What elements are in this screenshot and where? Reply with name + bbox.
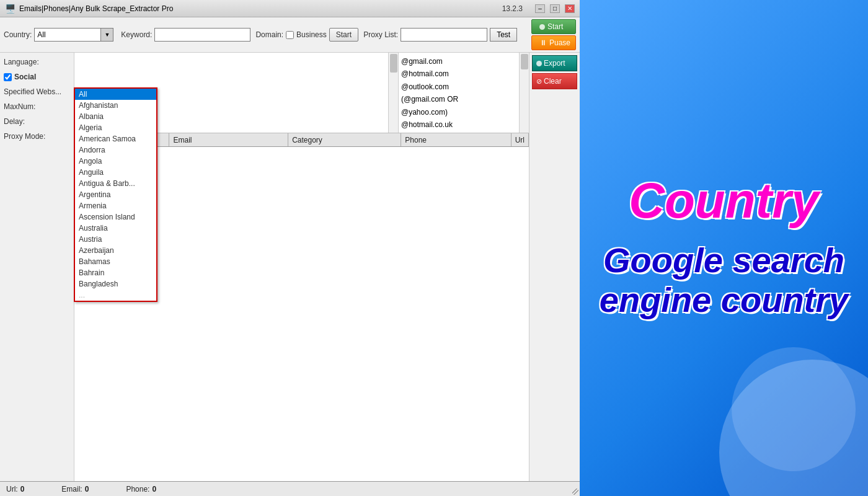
pause-icon: ⏸ [539,38,547,47]
domain-item-6: @hotmail.co.uk [401,118,516,131]
proxy-input[interactable] [401,28,487,42]
url-status: Url: 0 [6,485,24,494]
country-label: Country: [4,30,32,39]
country-combo-arrow[interactable]: ▼ [101,28,113,42]
export-button[interactable]: Export [532,55,577,71]
dropdown-item-argentina[interactable]: Argentina [75,189,156,200]
right-action-buttons: Export ⊘ Clear [529,53,580,481]
dropdown-item-afghanistan[interactable]: Afghanistan [75,100,156,111]
country-dropdown[interactable]: All Afghanistan Albania Algeria American… [74,87,157,302]
dropdown-item-australia[interactable]: Australia [75,223,156,234]
th-category: Category [288,133,401,146]
delay-row: Delay: [4,115,70,128]
dropdown-item-andorra[interactable]: Andorra [75,144,156,156]
email-status: Email: 0 [61,485,89,494]
dropdown-item-austria[interactable]: Austria [75,234,156,245]
action-panel: Start ⏸ Puase [531,19,576,50]
dropdown-item-algeria[interactable]: Algeria [75,122,156,133]
maximize-button[interactable]: □ [550,4,560,13]
keyword-label: Keyword: [121,30,152,39]
start-icon [539,24,545,30]
close-button[interactable]: ✕ [565,4,575,13]
dropdown-item-albania[interactable]: Albania [75,111,156,122]
resize-grip[interactable] [572,489,578,495]
heading-country: Country [629,176,819,226]
domain-scrollbar [519,53,529,133]
title-text: Emails|Phones|Any Bulk Scrape_Extractor … [19,4,173,13]
minimize-button[interactable]: – [535,4,545,13]
dropdown-item-anguila[interactable]: Anguila [75,167,156,178]
title-bar-left: 🖥️ Emails|Phones|Any Bulk Scrape_Extract… [5,4,173,14]
country-combo-display[interactable]: All [34,28,101,42]
dropdown-item-bahamas[interactable]: Bahamas [75,256,156,267]
dropdown-item-more[interactable]: ... [75,290,156,301]
save-button[interactable]: Start [329,28,358,42]
export-icon [536,61,542,66]
test-button[interactable]: Test [490,28,517,42]
status-bar: Url: 0 Email: 0 Phone: 0 [0,481,580,496]
domain-scroll-thumb [521,54,528,69]
dropdown-item-armenia[interactable]: Armenia [75,200,156,211]
domain-list: @gmail.com @hotmail.com @outlook.com (@g… [399,53,519,133]
domain-item-4: (@gmail.com OR [401,93,516,105]
clear-icon: ⊘ [536,78,542,86]
keyword-scroll-thumb [390,54,397,73]
start-button[interactable]: Start [531,19,576,34]
language-row: Language: [4,55,70,69]
maxnum-row: MaxNum: [4,100,70,113]
domain-label: Domain: [255,30,283,39]
dropdown-item-bangladesh[interactable]: Bangladesh [75,278,156,290]
social-checkbox[interactable] [4,73,12,81]
domain-item-5: @yahoo.com) [401,106,516,118]
social-row: Social [4,70,70,84]
app-window: 🖥️ Emails|Phones|Any Bulk Scrape_Extract… [0,0,580,496]
dropdown-item-bahrain[interactable]: Bahrain [75,267,156,278]
proxy-list-label: Proxy List: [363,30,398,39]
proxy-mode-row: Proxy Mode: [4,130,70,143]
domain-item-7: @hotmail.fr [401,131,516,133]
domain-list-area: @gmail.com @hotmail.com @outlook.com (@g… [399,53,529,133]
phone-status: Phone: 0 [126,485,156,494]
right-panel: Country Google search engine country [580,0,868,496]
domain-item-3: @outlook.com [401,81,516,93]
dropdown-item-antigua[interactable]: Antigua & Barb... [75,178,156,189]
dropdown-item-angola[interactable]: Angola [75,156,156,167]
left-labels-panel: Language: Social Specified Webs... MaxNu… [0,53,74,481]
domain-item-1: @gmail.com [401,55,516,68]
dropdown-item-ascension[interactable]: Ascension Island [75,211,156,223]
social-label[interactable]: Social [14,73,36,81]
app-icon: 🖥️ [5,4,16,14]
th-url: Url [512,133,529,146]
country-dropdown-wrapper: All ▼ [34,28,113,42]
keyword-scrollbar [388,53,398,133]
business-checkbox[interactable] [286,31,294,39]
keyword-input[interactable] [154,28,250,42]
title-bar-right: 13.2.3 – □ ✕ [502,4,575,13]
pause-button[interactable]: ⏸ Puase [531,35,576,50]
title-bar: 🖥️ Emails|Phones|Any Bulk Scrape_Extract… [0,0,580,17]
clear-button[interactable]: ⊘ Clear [532,73,577,89]
dropdown-item-american-samoa[interactable]: American Samoa [75,133,156,144]
business-label[interactable]: Business [296,30,327,39]
th-email: Email [169,133,288,146]
domain-item-2: @hotmail.com [401,68,516,80]
dropdown-item-all[interactable]: All [75,89,156,100]
dropdown-item-azerbaijan[interactable]: Azerbaijan [75,245,156,256]
specified-webs-row: Specified Webs... [4,85,70,99]
heading-google: Google search engine country [600,241,848,321]
version-text: 13.2.3 [502,4,523,13]
th-phone: Phone [401,133,511,146]
